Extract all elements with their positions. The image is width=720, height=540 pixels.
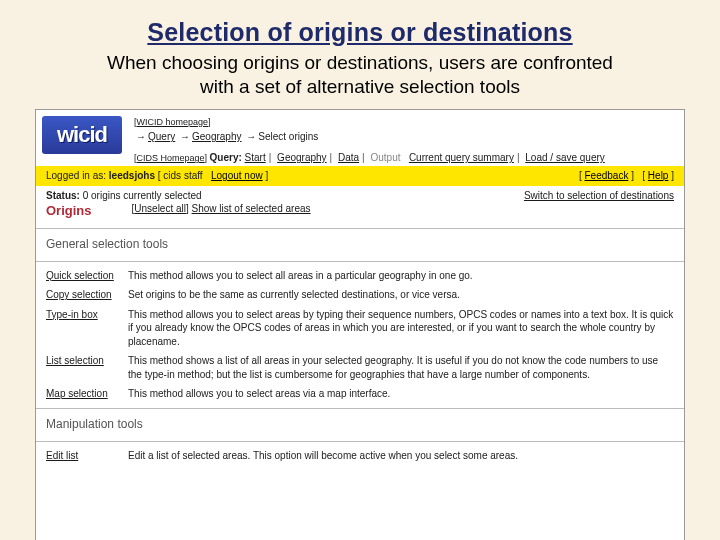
logout-link[interactable]: Logout now: [211, 170, 263, 181]
feedback-link[interactable]: Feedback: [584, 170, 628, 181]
switch-destinations-link[interactable]: Switch to selection of destinations: [524, 190, 674, 201]
status-label: Status:: [46, 190, 80, 201]
crumb-geography[interactable]: Geography: [192, 131, 241, 142]
wicid-logo: wicid: [42, 116, 122, 154]
status-bar: Logged in as: leedsjohs [ cids staff Log…: [36, 166, 684, 186]
general-tools-heading: General selection tools: [36, 233, 684, 257]
tool-map-desc: This method allows you to select areas v…: [128, 387, 674, 401]
user-role: cids staff: [163, 170, 202, 181]
tool-edit-desc: Edit a list of selected areas. This opti…: [128, 449, 674, 463]
breadcrumb: →Query →Geography →Select origins: [134, 129, 605, 144]
status-text: 0 origins currently selected: [83, 190, 202, 201]
nav-output: Output: [371, 152, 401, 163]
screenshot-panel: wicid [WICID homepage] →Query →Geography…: [35, 109, 685, 541]
show-selected-link[interactable]: Show list of selected areas: [192, 203, 311, 214]
crumb-current: Select origins: [258, 131, 318, 142]
help-link[interactable]: Help: [648, 170, 669, 181]
slide-title: Selection of origins or destinations: [34, 18, 686, 47]
tool-edit-list[interactable]: Edit list: [46, 450, 78, 461]
crumb-query[interactable]: Query: [148, 131, 175, 142]
logged-in-label: Logged in as:: [46, 170, 106, 181]
tool-copy-desc: Set origins to be the same as currently …: [128, 288, 674, 302]
tool-copy-selection[interactable]: Copy selection: [46, 289, 112, 300]
slide-lead: When choosing origins or destinations, u…: [90, 51, 630, 99]
nav-data[interactable]: Data: [338, 152, 359, 163]
tool-type-in-box[interactable]: Type-in box: [46, 309, 98, 320]
nav-start[interactable]: Start: [245, 152, 266, 163]
nav-geography[interactable]: Geography: [277, 152, 326, 163]
cids-homepage-link[interactable]: CIDS Homepage: [137, 153, 205, 163]
manipulation-tools-heading: Manipulation tools: [36, 413, 684, 437]
logged-in-user: leedsjohs: [109, 170, 155, 181]
nav-load-save[interactable]: Load / save query: [525, 152, 605, 163]
tool-quick-selection[interactable]: Quick selection: [46, 270, 114, 281]
tool-quick-desc: This method allows you to select all are…: [128, 269, 674, 283]
tool-list-desc: This method shows a list of all areas in…: [128, 354, 674, 381]
origins-heading: Origins: [46, 203, 92, 218]
nav-summary[interactable]: Current query summary: [409, 152, 514, 163]
unselect-all-link[interactable]: Unselect all: [134, 203, 186, 214]
tool-type-desc: This method allows you to select areas b…: [128, 308, 674, 349]
wicid-homepage-link[interactable]: WICID homepage: [137, 117, 209, 127]
tool-list-selection[interactable]: List selection: [46, 355, 104, 366]
tool-map-selection[interactable]: Map selection: [46, 388, 108, 399]
query-label: Query:: [210, 152, 242, 163]
